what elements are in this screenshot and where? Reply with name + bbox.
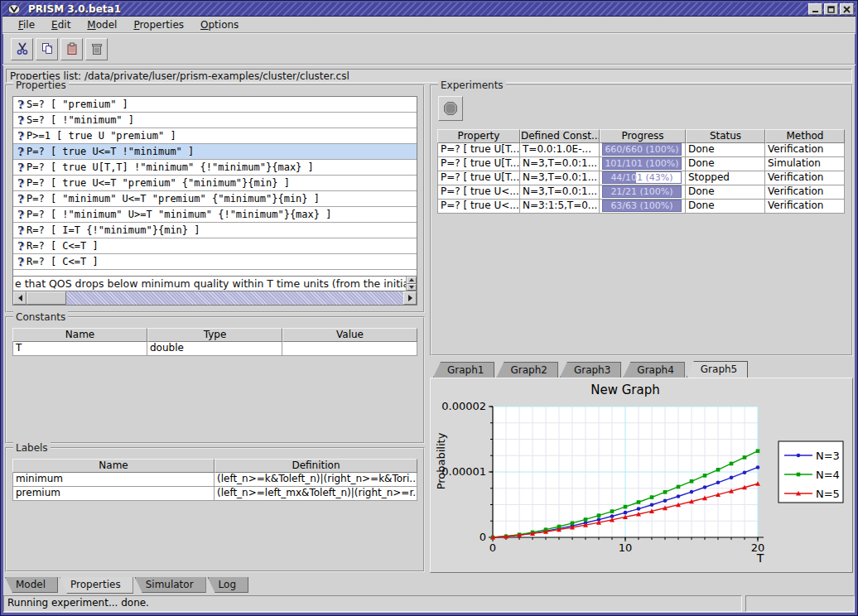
labels-row[interactable]: minimum(left_n>=k&Toleft_n)|(right_n>=k&…: [12, 473, 417, 487]
tab-graph2[interactable]: Graph2: [496, 362, 557, 378]
tab-graph1[interactable]: Graph1: [433, 362, 494, 378]
paste-button[interactable]: [60, 38, 83, 60]
scroll-right-icon[interactable]: [403, 291, 417, 305]
property-comment-field[interactable]: e that QOS drops below minimum quality w…: [12, 277, 417, 291]
cut-button[interactable]: [11, 38, 33, 60]
property-list-item[interactable]: ?R=? [ C<=T ]: [13, 238, 417, 254]
property-text: R=? [ C<=T ]: [27, 240, 99, 252]
experiments-cell: Verification: [765, 185, 845, 200]
tab-graph4[interactable]: Graph4: [623, 362, 684, 378]
experiments-row[interactable]: P=? [ true U<...N=3,T=0.0:1...21/21 (100…: [437, 185, 846, 200]
experiments-cell: N=3,T=0.0:1...: [520, 171, 600, 185]
experiments-groupbox-title: Experiments: [438, 79, 506, 91]
scrollbar-track[interactable]: [66, 291, 403, 305]
question-icon: ?: [15, 224, 27, 237]
property-list-item[interactable]: ?P=? [ !"minimum" U>=T "minimum" {!"mini…: [13, 207, 417, 223]
scroll-up-icon[interactable]: [407, 277, 417, 284]
titlebar[interactable]: PRISM 3.0.beta1: [2, 2, 856, 17]
constants-header-0[interactable]: Name: [12, 328, 147, 342]
tab-graph3[interactable]: Graph3: [560, 362, 621, 378]
svg-text:N=3: N=3: [816, 450, 840, 462]
question-icon: ?: [15, 146, 27, 158]
tab-properties[interactable]: Properties: [60, 577, 133, 594]
property-text: S=? [ !"minimum" ]: [27, 114, 134, 126]
experiments-table: PropertyDefined Const...ProgressStatusMe…: [437, 129, 846, 214]
clipboard-icon: [65, 42, 79, 55]
property-comment-text: e that QOS drops below minimum quality w…: [13, 277, 406, 290]
menu-edit[interactable]: Edit: [44, 17, 78, 32]
scrollbar-thumb[interactable]: [27, 291, 66, 305]
svg-text:0.00002: 0.00002: [441, 400, 486, 412]
property-list-item[interactable]: ?P=? [ "minimum" U<=T "premium" {"minimu…: [13, 191, 417, 207]
svg-text:0.00001: 0.00001: [441, 465, 486, 478]
stop-octagon-icon: [443, 101, 458, 116]
menu-model[interactable]: Model: [80, 17, 124, 32]
constants-cell: double: [147, 342, 282, 356]
property-list-item[interactable]: ?P=? [ true U[T,T] !"minimum" {!"minimum…: [13, 160, 417, 176]
main-tabstrip: ModelPropertiesSimulatorLog: [5, 577, 250, 594]
experiments-cell: T=0.0:1.0E-...: [520, 143, 600, 157]
menu-options[interactable]: Options: [193, 17, 246, 32]
menubar: FileEditModelPropertiesOptions: [2, 17, 856, 33]
property-text: S=? [ "premium" ]: [27, 99, 128, 110]
menu-file[interactable]: File: [11, 17, 42, 32]
experiments-cell: 44/101 (43%)44/101 (43%): [600, 171, 686, 185]
scroll-left-icon[interactable]: [13, 291, 27, 305]
menu-properties[interactable]: Properties: [126, 17, 191, 32]
labels-cell: premium: [12, 487, 214, 501]
svg-text:0: 0: [480, 531, 486, 543]
constants-header-1[interactable]: Type: [147, 328, 282, 342]
graph-canvas[interactable]: 0102000.000010.00002New GraphTProbabilit…: [430, 378, 853, 573]
experiments-row[interactable]: P=? [ true U[T...T=0.0:1.0E-...660/660 (…: [437, 143, 846, 157]
svg-text:10: 10: [619, 541, 633, 554]
chart-svg: 0102000.000010.00002New GraphTProbabilit…: [431, 378, 849, 570]
property-list-item[interactable]: ?P=? [ true U<=T !"minimum" ]: [13, 144, 417, 160]
experiments-header-0[interactable]: Property: [437, 129, 520, 143]
labels-cell: (left_n>=left_mx&Toleft_n)|(right_n>=r..…: [214, 487, 417, 501]
property-text: P=? [ true U<=T !"minimum" ]: [27, 146, 194, 157]
experiments-cell: N=3,T=0.0:1...: [520, 157, 600, 171]
constants-groupbox: Constants NameTypeValueTdouble: [5, 316, 425, 444]
property-list-item[interactable]: ?S=? [ "premium" ]: [13, 97, 417, 113]
property-list-item[interactable]: ?R=? [ C<=T ]: [13, 254, 417, 270]
experiments-header-4[interactable]: Method: [765, 129, 845, 143]
experiments-row[interactable]: P=? [ true U[T...N=3,T=0.0:1...101/101 (…: [437, 157, 846, 171]
constants-header-2[interactable]: Value: [282, 328, 417, 342]
labels-header-1[interactable]: Definition: [214, 459, 417, 473]
window-menu-icon[interactable]: [5, 3, 23, 15]
stop-experiment-button[interactable]: [438, 96, 463, 121]
tab-model[interactable]: Model: [5, 577, 58, 593]
experiments-row[interactable]: P=? [ true U<...N=3:1:5,T=0...63/63 (100…: [437, 200, 846, 214]
property-list-item[interactable]: ?P=? [ true U<=T "premium" {"minimum"}{m…: [13, 176, 417, 191]
experiments-cell: Done: [686, 157, 765, 171]
property-list-item[interactable]: ?R=? [ I=T {!"minimum"}{min} ]: [13, 223, 417, 238]
experiments-header-1[interactable]: Defined Const...: [520, 129, 600, 143]
tab-simulator[interactable]: Simulator: [135, 577, 206, 593]
experiments-row[interactable]: P=? [ true U[T...N=3,T=0.0:1...44/101 (4…: [437, 171, 846, 185]
labels-header-0[interactable]: Name: [12, 459, 214, 473]
properties-list[interactable]: ?S=? [ "premium" ]?S=? [ !"minimum" ]?P>…: [12, 96, 417, 277]
copy-button[interactable]: [36, 38, 58, 60]
tab-log[interactable]: Log: [208, 577, 248, 593]
constants-row[interactable]: Tdouble: [12, 342, 417, 356]
scroll-down-icon[interactable]: [407, 284, 417, 291]
properties-groupbox: Properties ?S=? [ "premium" ]?S=? [ !"mi…: [5, 84, 425, 313]
experiments-cell: P=? [ true U[T...: [437, 171, 520, 185]
experiments-header-3[interactable]: Status: [686, 129, 765, 143]
tab-graph5[interactable]: Graph5: [687, 361, 748, 378]
labels-cell: (left_n>=k&Toleft_n)|(right_n>=k&Tori...: [214, 473, 417, 487]
property-list-item[interactable]: ?P>=1 [ true U "premium" ]: [13, 128, 417, 144]
properties-horizontal-scrollbar[interactable]: [12, 291, 417, 306]
constants-table: NameTypeValueTdouble: [12, 328, 417, 356]
question-icon: ?: [15, 193, 27, 205]
delete-button[interactable]: [85, 38, 108, 60]
experiments-cell: Stopped: [686, 171, 765, 185]
maximize-button[interactable]: [824, 3, 838, 15]
close-button[interactable]: [840, 3, 854, 15]
property-list-item[interactable]: ?S=? [ !"minimum" ]: [13, 113, 417, 128]
labels-row[interactable]: premium(left_n>=left_mx&Toleft_n)|(right…: [12, 487, 417, 501]
minimize-button[interactable]: [808, 3, 822, 15]
window-title: PRISM 3.0.beta1: [28, 3, 121, 15]
question-icon: ?: [15, 130, 27, 142]
experiments-header-2[interactable]: Progress: [600, 129, 686, 143]
